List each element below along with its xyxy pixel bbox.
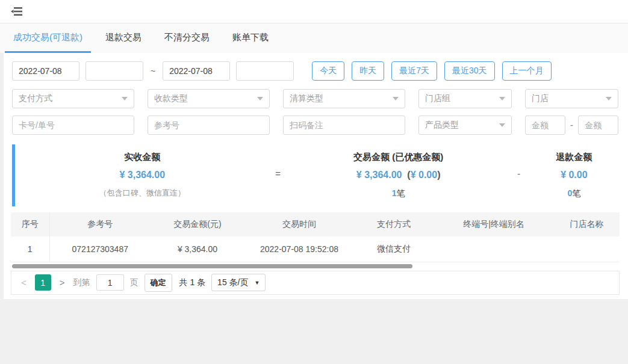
cell-amount: ¥ 3,364.00 (151, 236, 244, 262)
receipt-type-select[interactable]: 收款类型 (148, 89, 270, 108)
start-date-input[interactable] (12, 61, 79, 81)
amount-max-input[interactable] (578, 116, 618, 135)
next-page-icon[interactable]: > (57, 277, 67, 288)
last7days-button[interactable]: 最近7天 (391, 61, 437, 81)
trade-amount-block: 交易金额 (已优惠金额) ¥ 3,364.00 (¥ 0.00) 1笔 (287, 148, 511, 203)
today-button[interactable]: 今天 (312, 61, 344, 81)
store-select-label: 门店 (532, 93, 549, 104)
cell-pay-method: 微信支付 (354, 236, 434, 262)
col-terminal: 终端号|终端别名 (434, 212, 554, 236)
amount-min-input[interactable] (525, 116, 565, 135)
col-time: 交易时间 (244, 212, 354, 236)
horizontal-scrollbar (12, 264, 618, 268)
filter-grid: 支付方式 收款类型 清算类型 门店组 门店 产品类型 - (10, 89, 621, 135)
equals-sign: = (270, 148, 287, 203)
table-header-row: 序号 参考号 交易金额(元) 交易时间 支付方式 终端号|终端别名 门店名称 (11, 212, 620, 236)
tab-success-trades[interactable]: 成功交易(可退款) (5, 23, 91, 53)
chevron-down-icon (122, 97, 128, 100)
pay-method-select[interactable]: 支付方式 (12, 89, 134, 108)
col-pay-method: 支付方式 (354, 212, 434, 236)
yesterday-button[interactable]: 昨天 (352, 61, 384, 81)
chevron-down-icon (499, 123, 505, 127)
minus-sign: - (511, 148, 527, 203)
trade-amount-main: ¥ 3,364.00 (356, 170, 402, 180)
total-count-label: 共 1 条 (179, 277, 206, 288)
refund-count-unit: 笔 (572, 188, 580, 198)
tab-refund-trades[interactable]: 退款交易 (97, 23, 150, 53)
ref-no-input[interactable] (148, 116, 270, 135)
transactions-table: 序号 参考号 交易金额(元) 交易时间 支付方式 终端号|终端别名 门店名称 1… (10, 212, 621, 268)
col-amount: 交易金额(元) (151, 212, 244, 236)
current-page-button[interactable]: 1 (35, 274, 51, 291)
amount-range: - (525, 116, 618, 135)
col-ref-no: 参考号 (49, 212, 151, 236)
cell-store-name (554, 236, 620, 262)
amount-range-dash: - (570, 120, 573, 131)
tab-unsettled-trades[interactable]: 不清分交易 (156, 23, 218, 53)
cell-index: 1 (11, 236, 49, 262)
summary-bar: 实收金额 ¥ 3,364.00 （包含口碑、微信直连） = 交易金额 (已优惠金… (12, 144, 621, 206)
page-size-select[interactable]: 15 条/页 ▼ (211, 274, 266, 291)
trade-amount-title: 交易金额 (已优惠金额) (287, 148, 511, 166)
chevron-down-icon (393, 97, 399, 100)
start-time-input[interactable] (85, 61, 143, 81)
receipt-type-select-label: 收款类型 (154, 93, 188, 104)
date-filter-row: ~ 今天 昨天 最近7天 最近30天 上一个月 (10, 61, 621, 81)
product-type-select-label: 产品类型 (425, 120, 459, 131)
last-month-button[interactable]: 上一个月 (502, 61, 552, 81)
chevron-down-icon (499, 97, 505, 100)
chevron-down-icon (606, 97, 612, 100)
top-header (0, 0, 628, 23)
received-amount-note: （包含口碑、微信直连） (15, 184, 270, 202)
product-type-select[interactable]: 产品类型 (418, 116, 512, 135)
cell-terminal (434, 236, 554, 262)
discount-paren-close: ) (437, 170, 440, 180)
store-select[interactable]: 门店 (525, 89, 618, 108)
col-index: 序号 (11, 212, 49, 236)
card-no-input[interactable] (12, 116, 134, 135)
received-amount-title: 实收金额 (15, 148, 270, 166)
received-amount-block: 实收金额 ¥ 3,364.00 （包含口碑、微信直连） (15, 148, 270, 203)
store-group-select[interactable]: 门店组 (418, 89, 512, 108)
trade-count-unit: 笔 (397, 188, 405, 198)
store-group-select-label: 门店组 (425, 93, 450, 104)
cell-time: 2022-07-08 19:52:08 (244, 236, 354, 262)
trade-count: 1笔 (287, 184, 511, 203)
chevron-down-icon (257, 97, 263, 100)
pay-method-select-label: 支付方式 (19, 93, 52, 104)
tab-bar: 成功交易(可退款) 退款交易 不清分交易 账单下载 (0, 23, 628, 53)
refund-amount-title: 退款金额 (527, 148, 621, 166)
page-unit-label: 页 (130, 277, 138, 288)
settle-type-select[interactable]: 清算类型 (283, 89, 405, 108)
prev-page-icon[interactable]: < (19, 277, 29, 288)
refund-amount-value: ¥ 0.00 (527, 166, 621, 184)
pagination-bar: < 1 > 到第 页 确定 共 1 条 15 条/页 ▼ (11, 271, 620, 295)
end-time-input[interactable] (236, 61, 294, 81)
menu-fold-icon[interactable] (11, 7, 23, 16)
page-size-value: 15 条/页 (217, 277, 248, 288)
chevron-down-icon: ▼ (254, 280, 260, 286)
quick-range-buttons: 今天 昨天 最近7天 最近30天 上一个月 (312, 61, 551, 81)
trade-discount-value: ¥ 0.00 (411, 170, 437, 180)
content-panel: ~ 今天 昨天 最近7天 最近30天 上一个月 支付方式 收款类型 清算类型 门… (4, 53, 628, 299)
scrollbar-thumb[interactable] (12, 264, 412, 268)
table-row[interactable]: 1 072127303487 ¥ 3,364.00 2022-07-08 19:… (11, 236, 620, 262)
trade-count-number: 1 (392, 188, 397, 198)
goto-page-input[interactable] (96, 274, 124, 291)
end-date-input[interactable] (163, 61, 230, 81)
refund-count: 0笔 (527, 184, 621, 203)
settle-type-select-label: 清算类型 (290, 93, 323, 104)
cell-ref-no: 072127303487 (49, 236, 151, 262)
last30days-button[interactable]: 最近30天 (444, 61, 495, 81)
tab-bill-download[interactable]: 账单下载 (224, 23, 277, 53)
refund-amount-block: 退款金额 ¥ 0.00 0笔 (527, 148, 621, 203)
received-amount-value: ¥ 3,364.00 (15, 166, 270, 184)
date-range-separator: ~ (149, 66, 157, 76)
confirm-page-button[interactable]: 确定 (145, 274, 172, 292)
trade-amount-value: ¥ 3,364.00 (¥ 0.00) (287, 166, 511, 184)
col-store-name: 门店名称 (554, 212, 620, 236)
scan-note-input[interactable] (283, 116, 405, 135)
goto-page-label: 到第 (73, 277, 90, 288)
